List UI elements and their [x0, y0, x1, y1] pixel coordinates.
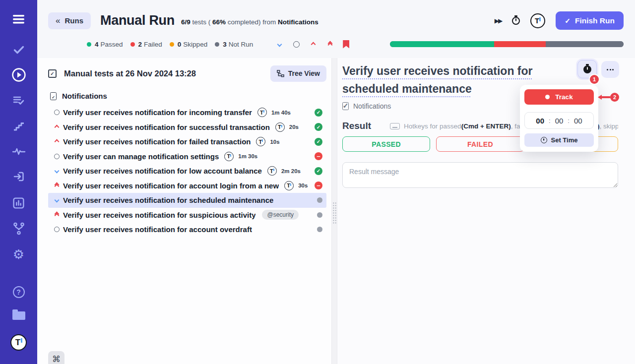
- testomat-logo-icon: T: [257, 108, 267, 117]
- stat-skipped[interactable]: 0Skipped: [170, 41, 207, 48]
- sidebar-item-pulse[interactable]: [0, 146, 37, 156]
- stat-label: Not Run: [229, 41, 254, 48]
- timer-popup: Track 00 : 00 : 00 Set Time: [520, 85, 598, 152]
- suite-row[interactable]: ✓ Notifications: [50, 92, 326, 100]
- track-button[interactable]: Track: [524, 89, 594, 105]
- status-dot-icon: [87, 42, 91, 47]
- run-header: ✓ Manual tests at 26 Nov 2024 13:28 Tree…: [48, 63, 326, 84]
- sidebar-item-analytics[interactable]: [0, 197, 37, 209]
- main-area: « Runs Manual Run 6/9 tests ( 66% comple…: [37, 0, 635, 364]
- testomat-logo-icon: T: [224, 152, 234, 161]
- run-progress-subtitle: 6/9 tests ( 66% completed) from Notifica…: [181, 18, 318, 26]
- stat-count: 2: [138, 41, 142, 48]
- stopwatch-icon[interactable]: [512, 17, 520, 25]
- detail-actions: [577, 60, 619, 78]
- stat-count: 3: [223, 41, 227, 48]
- test-list-panel: ✓ Manual tests at 26 Nov 2024 13:28 Tree…: [37, 58, 331, 364]
- chevron-down-filter-icon[interactable]: [275, 40, 283, 48]
- priority-icon: [50, 198, 63, 202]
- keyboard-icon: [390, 123, 400, 129]
- sidebar-item-logo[interactable]: T: [0, 334, 37, 351]
- priority-icon: [50, 183, 63, 188]
- more-options-button[interactable]: [601, 61, 619, 78]
- test-row[interactable]: Verify user receives notification for ac…: [48, 179, 326, 193]
- cmd-shortcut-badge: ⌘: [48, 351, 64, 364]
- stat-failed[interactable]: 2Failed: [130, 41, 162, 48]
- test-status-icon: ✓: [315, 109, 322, 117]
- stopwatch-icon: [583, 65, 591, 73]
- set-time-button[interactable]: Set Time: [524, 133, 594, 147]
- sidebar-item-steps[interactable]: [0, 121, 37, 131]
- progress-failed-segment: [494, 41, 546, 47]
- test-row[interactable]: Verify user receives notification for ac…: [48, 222, 326, 237]
- sidebar-item-help[interactable]: ?: [0, 286, 37, 298]
- test-duration: 30s: [298, 182, 308, 188]
- test-row[interactable]: Verify user receives notification for in…: [48, 105, 326, 120]
- test-status-icon: [317, 212, 322, 218]
- annotation-badge-2: 2: [610, 93, 619, 102]
- test-row[interactable]: Verify user can manage notification sett…: [48, 149, 326, 164]
- testomat-logo-icon: T: [275, 122, 285, 132]
- testomat-logo-icon[interactable]: T: [530, 13, 545, 28]
- test-status-icon: ✓: [315, 138, 322, 146]
- completed-percent: 66%: [212, 18, 226, 26]
- double-chevron-up-filter-icon[interactable]: [326, 40, 334, 48]
- testomat-logo-icon: T: [284, 181, 294, 190]
- test-list: Verify user receives notification for in…: [48, 105, 326, 237]
- priority-icon: [50, 125, 63, 129]
- record-dot-icon: [545, 95, 550, 99]
- progress-passed-segment: [390, 41, 494, 47]
- failed-button[interactable]: FAILED: [436, 136, 524, 152]
- stat-count: 4: [95, 41, 99, 48]
- stat-label: Passed: [101, 41, 123, 48]
- stat-not-run[interactable]: 3Not Run: [215, 41, 253, 48]
- back-to-runs-label: Runs: [64, 16, 83, 25]
- timer-seconds[interactable]: 00: [574, 117, 582, 125]
- sidebar: ⚙?T: [0, 0, 37, 364]
- panel-resizer[interactable]: [331, 58, 337, 364]
- test-status-icon: ✓: [315, 167, 322, 175]
- timer-minutes[interactable]: 00: [555, 117, 564, 125]
- sidebar-item-runs-play[interactable]: [0, 67, 37, 82]
- sidebar-item-tasks-check[interactable]: [0, 44, 37, 56]
- topbar-actions: ▶▶ T ✓ Finish Run: [495, 11, 624, 30]
- test-title: Verify user receives notification for ac…: [63, 225, 252, 234]
- sidebar-item-settings-gear[interactable]: ⚙: [0, 248, 37, 261]
- fast-forward-icon[interactable]: ▶▶: [495, 17, 502, 24]
- passed-button[interactable]: PASSED: [342, 136, 430, 152]
- priority-icon: [50, 227, 63, 232]
- test-duration: 1m 40s: [271, 110, 291, 116]
- test-row[interactable]: Verify user receives notification for su…: [48, 120, 326, 135]
- sidebar-item-menu[interactable]: [0, 13, 37, 25]
- test-row[interactable]: Verify user receives notification for lo…: [48, 164, 326, 179]
- tests-count: 6/9: [181, 18, 190, 26]
- test-row[interactable]: Verify user receives notification for fa…: [48, 134, 326, 149]
- testomat-logo-icon: T: [256, 137, 265, 146]
- progress-notrun-segment: [546, 41, 624, 47]
- timer-colon: :: [568, 117, 570, 124]
- result-message-input[interactable]: [342, 162, 618, 188]
- sidebar-item-branch[interactable]: [0, 222, 37, 235]
- chevron-up-filter-icon[interactable]: [309, 40, 317, 48]
- test-row[interactable]: Verify user receives notification for sc…: [48, 193, 326, 208]
- circle-filter-icon[interactable]: [292, 40, 300, 48]
- sidebar-item-import[interactable]: [0, 171, 37, 182]
- annotation-arrow-icon: [598, 95, 611, 99]
- sidebar-item-projects-folder[interactable]: [0, 311, 37, 320]
- test-row[interactable]: Verify user receives notification for su…: [48, 208, 326, 223]
- tree-view-button[interactable]: Tree View: [270, 65, 326, 82]
- timer-display[interactable]: 00 : 00 : 00: [524, 112, 594, 129]
- bookmark-filter-icon[interactable]: [343, 40, 349, 49]
- hotkey-passed: (Cmd + ENTER): [461, 122, 511, 130]
- track-label: Track: [555, 93, 572, 101]
- test-title: Verify user receives notification for sc…: [63, 196, 273, 204]
- finish-run-button[interactable]: ✓ Finish Run: [556, 11, 624, 30]
- priority-icon: [50, 154, 63, 159]
- subtitle-source: Notifications: [278, 18, 318, 26]
- sidebar-item-plans-list[interactable]: [0, 95, 37, 106]
- status-bar: 4Passed2Failed0Skipped3Not Run: [37, 36, 635, 53]
- timer-hours[interactable]: 00: [536, 117, 544, 125]
- priority-filters: [275, 40, 349, 49]
- stat-passed[interactable]: 4Passed: [87, 41, 123, 48]
- back-to-runs-button[interactable]: « Runs: [48, 12, 91, 29]
